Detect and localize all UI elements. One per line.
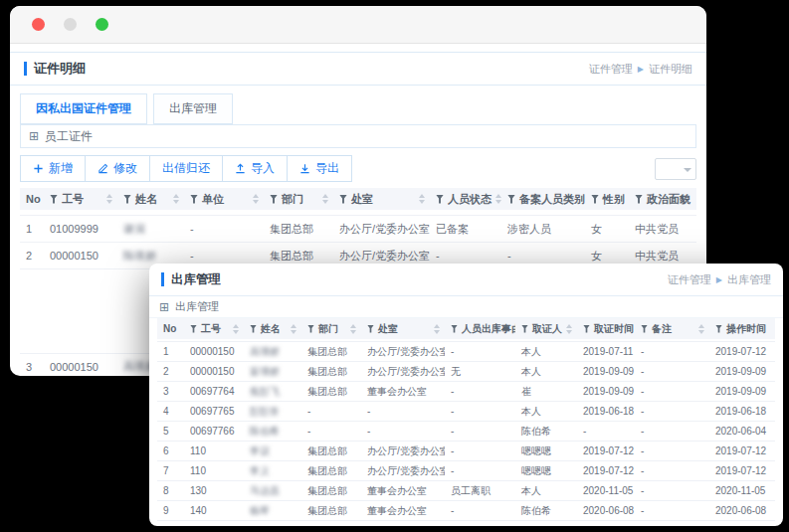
table-row[interactable]: 100000150高瑛娇集团总部办公厅/党委办公室-本人2019-07-11-2… bbox=[157, 342, 775, 362]
page-title: 证件明细 bbox=[24, 60, 86, 78]
table-cell: 2 bbox=[157, 366, 184, 377]
filter-icon[interactable] bbox=[451, 325, 458, 333]
filter-icon[interactable] bbox=[307, 325, 314, 333]
table-cell: - bbox=[301, 406, 361, 417]
column-header[interactable]: 操作时间 bbox=[709, 322, 775, 336]
table-row[interactable]: 7110李义集团总部办公厅/党委办公室-嗯嗯嗯2019-07-12-2019-0… bbox=[157, 461, 775, 481]
sort-icon[interactable] bbox=[698, 324, 704, 334]
filter-icon[interactable] bbox=[436, 195, 444, 204]
table-cell: 8 bbox=[157, 485, 184, 496]
table-row[interactable]: 6110李议集团总部办公厅/党委办公室-嗯嗯嗯2019-07-12-2019-0… bbox=[157, 442, 775, 461]
table-cell: 办公厅/党委办公室 bbox=[361, 444, 445, 458]
filter-icon[interactable] bbox=[507, 195, 515, 204]
import-button[interactable]: 导入 bbox=[222, 155, 288, 182]
table-row[interactable]: 9140杨琴集团总部董事会办公室-陈伯希2020-06-08-2020-06-0… bbox=[157, 501, 775, 521]
table-cell: - bbox=[635, 445, 709, 456]
edit-button[interactable]: 修改 bbox=[85, 155, 150, 182]
column-header[interactable]: 工号 bbox=[44, 192, 117, 207]
page-size-select[interactable] bbox=[655, 158, 696, 180]
column-header[interactable]: 处室 bbox=[361, 322, 445, 336]
close-button[interactable] bbox=[32, 18, 45, 31]
sort-icon[interactable] bbox=[291, 324, 296, 334]
column-header-label: 姓名 bbox=[135, 192, 157, 207]
filter-icon[interactable] bbox=[50, 195, 58, 204]
filter-icon[interactable] bbox=[339, 195, 347, 204]
maximize-button[interactable] bbox=[96, 18, 108, 31]
sort-icon[interactable] bbox=[173, 194, 179, 204]
column-header[interactable]: 性别 bbox=[585, 192, 629, 207]
export-button[interactable]: 导出 bbox=[287, 155, 352, 182]
sort-icon[interactable] bbox=[106, 194, 112, 204]
sort-icon[interactable] bbox=[233, 324, 239, 334]
column-header[interactable]: No bbox=[20, 193, 44, 205]
filter-icon[interactable] bbox=[583, 325, 590, 333]
column-header[interactable]: 部门 bbox=[301, 322, 361, 336]
filter-icon[interactable] bbox=[250, 325, 257, 333]
filter-icon[interactable] bbox=[591, 195, 599, 204]
table-cell: 1 bbox=[20, 223, 44, 235]
column-header[interactable]: 单位 bbox=[184, 192, 264, 207]
filter-icon[interactable] bbox=[635, 195, 643, 204]
filter-icon[interactable] bbox=[367, 325, 374, 333]
breadcrumb-arrow-icon: ▶ bbox=[638, 65, 644, 74]
table-cell: - bbox=[184, 223, 264, 235]
table-row[interactable]: 300697764焦彭飞集团总部董事会办公室-崔2019-09-09-2019-… bbox=[157, 382, 775, 402]
breadcrumb-arrow-icon: ▶ bbox=[716, 275, 722, 284]
column-header[interactable]: 处室 bbox=[333, 192, 430, 207]
filter-icon[interactable] bbox=[123, 195, 131, 204]
table-row[interactable]: 101009999谢润-集团总部办公厅/党委办公室已备案涉密人员女中共党员 bbox=[20, 216, 696, 243]
column-header-label: 姓名 bbox=[261, 322, 281, 336]
column-header[interactable]: 人员状态 bbox=[430, 192, 501, 207]
filter-icon[interactable] bbox=[521, 325, 528, 333]
column-header-label: 性别 bbox=[603, 192, 625, 207]
button-label: 新增 bbox=[49, 160, 73, 177]
tab-private-overseas-certificates[interactable]: 因私出国证件管理 bbox=[20, 93, 147, 124]
column-header-label: 取证人 bbox=[532, 322, 562, 336]
sort-icon[interactable] bbox=[434, 324, 440, 334]
column-header[interactable]: No bbox=[157, 323, 184, 334]
tab-outbound-management[interactable]: 出库管理 bbox=[153, 93, 233, 124]
add-button[interactable]: 新增 bbox=[20, 155, 86, 182]
sort-icon[interactable] bbox=[566, 324, 572, 334]
sort-icon[interactable] bbox=[419, 194, 425, 204]
column-header-label: 处室 bbox=[351, 192, 373, 207]
column-header[interactable]: 姓名 bbox=[244, 322, 301, 336]
filter-icon[interactable] bbox=[641, 325, 648, 333]
column-header[interactable]: 人员出库事由 bbox=[445, 322, 515, 336]
filter-icon[interactable] bbox=[270, 195, 278, 204]
table-cell: 130 bbox=[184, 485, 244, 496]
filter-icon[interactable] bbox=[715, 325, 722, 333]
table-cell: 办公厅/党委办公室 bbox=[361, 345, 445, 359]
breadcrumb-parent[interactable]: 证件管理 bbox=[589, 62, 633, 77]
table-row[interactable]: 400697765彭彭奔---本人2019-06-18-2019-06-18 bbox=[157, 402, 775, 422]
lend-return-button[interactable]: 出借归还 bbox=[149, 155, 223, 182]
table-cell: 陈伯希 bbox=[244, 425, 301, 439]
sort-icon[interactable] bbox=[350, 324, 356, 334]
table-cell: 办公厅/党委办公室 bbox=[361, 365, 445, 379]
column-header[interactable]: 备案人员类别 bbox=[501, 192, 585, 207]
column-header[interactable]: 姓名 bbox=[117, 192, 184, 207]
table-cell: 本人 bbox=[515, 365, 577, 379]
filter-icon[interactable] bbox=[190, 325, 197, 333]
column-header[interactable]: 部门 bbox=[264, 192, 333, 207]
table-cell: 嗯嗯嗯 bbox=[515, 464, 577, 478]
minimize-button[interactable] bbox=[64, 18, 77, 31]
column-header[interactable]: 取证人 bbox=[515, 322, 577, 336]
column-header[interactable]: 工号 bbox=[184, 322, 244, 336]
filter-icon[interactable] bbox=[190, 195, 198, 204]
sort-icon[interactable] bbox=[253, 194, 259, 204]
column-header[interactable]: 取证时间 bbox=[577, 322, 635, 336]
page-title-text: 出库管理 bbox=[171, 271, 221, 288]
column-header[interactable]: 备注 bbox=[635, 322, 709, 336]
table-row[interactable]: 500697766陈伯希---陈伯希--2020-06-04 bbox=[157, 422, 775, 442]
breadcrumb-parent[interactable]: 证件管理 bbox=[668, 272, 711, 287]
table-cell: 董事会办公室 bbox=[361, 385, 445, 399]
table-row[interactable]: 8130马达昌集团总部董事会办公室员工离职本人2020-11-05-2020-1… bbox=[157, 481, 775, 501]
column-header-label: 操作时间 bbox=[726, 322, 766, 336]
table-cell: 2019-07-11 bbox=[577, 346, 635, 357]
table-cell: 涉密人员 bbox=[501, 222, 585, 237]
table-row[interactable]: 200000150富瑛娇集团总部办公厅/党委办公室无本人2019-09-09-2… bbox=[157, 362, 775, 382]
table-cell: 高瑛娇 bbox=[244, 345, 301, 359]
column-header[interactable]: 政治面貌 bbox=[629, 192, 696, 207]
sort-icon[interactable] bbox=[322, 194, 328, 204]
